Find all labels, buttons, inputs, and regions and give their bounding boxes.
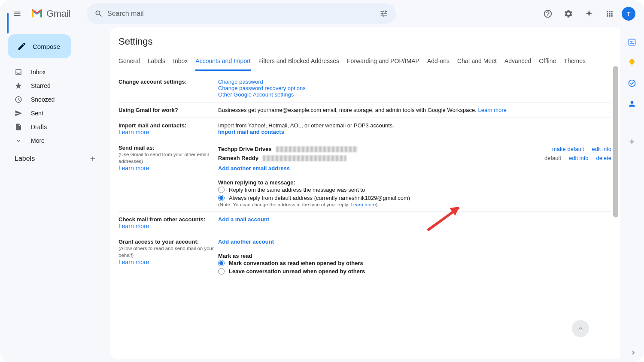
sidebar-item-inbox[interactable]: Inbox [3, 65, 106, 79]
scrollbar-thumb[interactable] [613, 66, 618, 217]
tab-advanced[interactable]: Advanced [504, 54, 531, 71]
sidebar-item-starred[interactable]: Starred [3, 79, 106, 93]
reply-option-label: Reply from the same address the message … [229, 187, 365, 193]
main-panel: Settings GeneralLabelsInboxAccounts and … [110, 27, 620, 359]
import-text: Import from Yahoo!, Hotmail, AOL, or oth… [218, 122, 611, 129]
header-actions: T [539, 5, 635, 22]
add-mail-account-link[interactable]: Add a mail account [218, 216, 269, 223]
work-learn-more-link[interactable]: Learn more [478, 107, 506, 113]
labels-section-header: Labels [3, 148, 106, 168]
tab-add-ons[interactable]: Add-ons [427, 54, 450, 71]
add-email-link[interactable]: Add another email address [218, 165, 290, 172]
reply-note-suffix: ) [376, 202, 377, 207]
reply-note-prefix: (Note: You can change the address at the… [218, 202, 351, 207]
compose-button[interactable]: Compose [8, 34, 71, 58]
tab-chat-and-meet[interactable]: Chat and Meet [457, 54, 497, 71]
person-icon [628, 100, 636, 108]
make-default-link[interactable]: make default [552, 146, 584, 152]
default-indicator: default [544, 155, 561, 161]
labels-heading: Labels [15, 155, 35, 163]
mark-radio[interactable] [218, 260, 225, 266]
reply-option-row[interactable]: Reply from the same address the message … [218, 186, 611, 194]
sparkle-icon [584, 9, 594, 18]
sidebar-item-drafts[interactable]: Drafts [3, 120, 106, 134]
tab-accounts-and-import[interactable]: Accounts and Import [195, 54, 250, 71]
reply-radio[interactable] [218, 187, 225, 193]
get-addons-button[interactable]: + [628, 138, 636, 146]
mark-radio[interactable] [218, 268, 225, 275]
main-menu-button[interactable] [7, 3, 27, 24]
send-as-row: Ramesh Reddydefaultedit infodelete [218, 154, 611, 163]
account-setting-link[interactable]: Change password recovery options [218, 85, 306, 91]
side-panel-toggle[interactable] [629, 349, 637, 358]
tab-filters-and-blocked-addresses[interactable]: Filters and Blocked Addresses [258, 54, 339, 71]
search-options-button[interactable] [375, 5, 392, 22]
sidebar-item-label: Inbox [31, 69, 46, 75]
tab-offline[interactable]: Offline [539, 54, 556, 71]
edit-info-link[interactable]: edit info [569, 155, 589, 161]
account-setting-link[interactable]: Change password [218, 78, 263, 85]
tasks-app-button[interactable] [628, 79, 636, 87]
search-bar[interactable] [87, 3, 396, 24]
inbox-icon [15, 68, 23, 76]
add-account-link[interactable]: Add another account [218, 238, 274, 245]
check-mail-learn-more-link[interactable]: Learn more [118, 223, 149, 229]
scrollbar-track[interactable] [613, 66, 618, 341]
sidebar-item-label: Drafts [31, 124, 47, 130]
help-icon [543, 9, 553, 18]
grant-learn-more-link[interactable]: Learn more [118, 259, 149, 265]
tab-forwarding-and-pop-imap[interactable]: Forwarding and POP/IMAP [347, 54, 419, 71]
send-as-learn-more-link[interactable]: Learn more [118, 165, 149, 172]
work-text: Businesses get yourname@example.com emai… [218, 107, 478, 113]
keep-app-button[interactable] [628, 58, 636, 67]
reply-radio[interactable] [218, 195, 225, 201]
search-input[interactable] [107, 10, 375, 18]
section-work: Using Gmail for work? Businesses get you… [118, 103, 611, 118]
reply-option-row[interactable]: Always reply from default address (curre… [218, 194, 611, 202]
work-heading: Using Gmail for work? [118, 107, 218, 113]
settings-button[interactable] [560, 5, 577, 22]
support-button[interactable] [539, 5, 556, 22]
sidebar-item-more[interactable]: More [3, 134, 106, 148]
tab-inbox[interactable]: Inbox [173, 54, 188, 71]
contacts-app-button[interactable] [628, 100, 636, 108]
apps-button[interactable] [601, 5, 618, 22]
side-panel-divider [628, 123, 636, 123]
settings-tabs: GeneralLabelsInboxAccounts and ImportFil… [110, 51, 620, 71]
mark-option-row[interactable]: Mark conversation as read when opened by… [218, 259, 611, 267]
tab-themes[interactable]: Themes [564, 54, 586, 71]
add-label-button[interactable] [87, 153, 99, 165]
search-button[interactable] [90, 5, 107, 22]
chevron-right-icon [629, 349, 637, 356]
apps-icon [605, 9, 614, 18]
check-mail-heading: Check mail from other accounts: [118, 216, 218, 223]
send-as-sub: (Use Gmail to send from your other email… [118, 151, 218, 165]
calendar-icon: 31 [628, 38, 636, 46]
tune-icon [380, 9, 388, 18]
sidebar-item-sent[interactable]: Sent [3, 106, 106, 120]
delete-link[interactable]: delete [596, 155, 611, 161]
scroll-top-button[interactable] [572, 320, 589, 337]
account-setting-link[interactable]: Other Google Account settings [218, 91, 294, 98]
chevron-up-icon [576, 324, 585, 333]
edit-info-link[interactable]: edit info [592, 146, 611, 152]
section-import: Import mail and contacts: Learn more Imp… [118, 118, 611, 140]
import-action-link[interactable]: Import mail and contacts [218, 129, 284, 135]
mark-option-label: Mark conversation as read when opened by… [229, 260, 363, 266]
change-account-heading: Change account settings: [118, 78, 218, 85]
grant-sub: (Allow others to read and send mail on y… [118, 245, 218, 259]
tab-general[interactable]: General [118, 54, 140, 71]
mark-option-row[interactable]: Leave conversation unread when opened by… [218, 267, 611, 275]
tab-labels[interactable]: Labels [148, 54, 165, 71]
section-check-mail: Check mail from other accounts: Learn mo… [118, 212, 611, 234]
settings-content: Change account settings: Change password… [110, 71, 620, 359]
account-avatar[interactable]: T [622, 7, 635, 21]
sidebar-item-snoozed[interactable]: Snoozed [3, 93, 106, 106]
import-learn-more-link[interactable]: Learn more [118, 129, 149, 136]
gmail-logo[interactable]: Gmail [31, 8, 70, 19]
section-change-account: Change account settings: Change password… [118, 74, 611, 103]
gemini-button[interactable] [580, 5, 598, 22]
reply-note-link[interactable]: Learn more [351, 202, 376, 207]
sidebar-item-label: More [31, 137, 45, 144]
calendar-app-button[interactable]: 31 [628, 38, 636, 46]
